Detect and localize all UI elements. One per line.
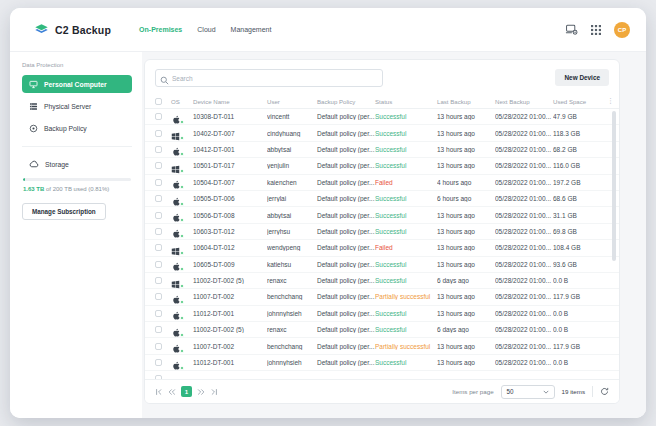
sidebar-item-physical-server[interactable]: Physical Server xyxy=(22,97,132,115)
last-backup-cell: 13 hours ago xyxy=(437,228,495,235)
storage-label: Storage xyxy=(45,161,69,168)
device-settings-icon[interactable] xyxy=(565,24,578,35)
row-checkbox[interactable] xyxy=(155,326,162,333)
status-cell: Failed xyxy=(375,179,437,186)
used-space-cell: 0.0 B xyxy=(553,326,603,333)
column-header-next-backup[interactable]: Next Backup xyxy=(495,98,553,105)
table-row[interactable]: 10402-DT-007 cindyhuang Default policy (… xyxy=(145,125,619,141)
table-row[interactable]: 10308-DT-011 vincentt Default policy (pe… xyxy=(145,109,619,125)
vertical-scrollbar[interactable] xyxy=(612,111,616,261)
table-row[interactable]: 10501-DT-017 yenjulin Default policy (pe… xyxy=(145,158,619,174)
device-name-cell: 10412-DT-001 xyxy=(193,146,267,153)
column-header-last-backup[interactable]: Last Backup xyxy=(437,98,495,105)
table-row[interactable]: 10504-DT-007 kaienchen Default policy (p… xyxy=(145,175,619,191)
pagination-bar: 1 Items per page 50 xyxy=(145,379,619,403)
table-row[interactable]: 10603-DT-012 jerryhsu Default policy (pe… xyxy=(145,224,619,240)
used-space-cell: 117.9 GB xyxy=(553,293,603,300)
manage-subscription-button[interactable]: Manage Subscription xyxy=(22,203,106,220)
online-status-dot xyxy=(180,218,184,222)
apple-os-icon xyxy=(171,212,181,223)
table-row[interactable]: 10605-DT-009 katiehsu Default policy (pe… xyxy=(145,257,619,273)
device-name-cell: 11002-DT-002 (5) xyxy=(193,277,267,284)
row-checkbox[interactable] xyxy=(155,277,162,284)
select-all-checkbox[interactable] xyxy=(155,98,162,105)
items-per-page-select[interactable]: 50 xyxy=(501,385,555,399)
user-cell: wendypeng xyxy=(267,244,317,251)
refresh-icon[interactable] xyxy=(600,387,609,396)
next-backup-cell: 05/28/2022 01:00... xyxy=(495,113,553,120)
status-cell: Successful xyxy=(375,113,437,120)
next-backup-cell: 05/28/2022 01:00... xyxy=(495,326,553,333)
section-label-data-protection: Data Protection xyxy=(22,62,132,68)
table-row[interactable]: 11007-DT-002 benchchang Default policy (… xyxy=(145,289,619,305)
chevron-down-icon xyxy=(543,390,549,394)
next-page-icon[interactable] xyxy=(197,388,205,396)
column-header-used-space[interactable]: Used Space xyxy=(553,98,603,105)
status-cell: Successful xyxy=(375,359,437,366)
column-header-device-name[interactable]: Device Name xyxy=(193,98,267,105)
user-cell: abbytsai xyxy=(267,146,317,153)
os-cell xyxy=(171,127,183,139)
current-page-button[interactable]: 1 xyxy=(181,386,192,397)
nav-tab-cloud[interactable]: Cloud xyxy=(197,26,215,33)
device-name-cell: 11012-DT-001 xyxy=(193,359,267,366)
apps-grid-icon[interactable] xyxy=(591,25,601,35)
column-header-backup-policy[interactable]: Backup Policy xyxy=(317,98,375,105)
first-page-icon[interactable] xyxy=(155,388,163,396)
table-row[interactable]: 11012-DT-001 johnnyhsieh Default policy … xyxy=(145,306,619,322)
desktop-icon xyxy=(29,80,38,89)
table-row[interactable]: 11012-DT-001 johnnyhsieh Default policy … xyxy=(145,355,619,371)
column-header-user[interactable]: User xyxy=(267,98,317,105)
user-avatar[interactable]: CP xyxy=(614,22,630,38)
table-row[interactable] xyxy=(145,371,619,379)
nav-tab-management[interactable]: Management xyxy=(231,26,272,33)
row-checkbox[interactable] xyxy=(155,310,162,317)
table-row[interactable]: 10604-DT-012 wendypeng Default policy (p… xyxy=(145,240,619,256)
row-checkbox[interactable] xyxy=(155,179,162,186)
sidebar-item-backup-policy[interactable]: Backup Policy xyxy=(22,119,132,137)
row-checkbox[interactable] xyxy=(155,244,162,251)
column-header-status[interactable]: Status xyxy=(375,98,437,105)
brand[interactable]: C2 Backup xyxy=(34,23,111,36)
row-checkbox[interactable] xyxy=(155,162,162,169)
sidebar-item-personal-computer[interactable]: Personal Computer xyxy=(22,75,132,93)
search-input[interactable] xyxy=(155,69,383,87)
row-checkbox[interactable] xyxy=(155,359,162,366)
column-settings-icon[interactable]: ⋮ xyxy=(607,97,614,104)
table-row[interactable]: 10412-DT-001 abbytsai Default policy (pe… xyxy=(145,142,619,158)
row-checkbox[interactable] xyxy=(155,113,162,120)
new-device-button[interactable]: New Device xyxy=(555,69,609,86)
table-row[interactable]: 11007-DT-002 benchchang Default policy (… xyxy=(145,338,619,354)
top-bar: C2 Backup On-Premises Cloud Management xyxy=(10,8,646,52)
nav-tab-on-premises[interactable]: On-Premises xyxy=(139,26,182,33)
row-checkbox[interactable] xyxy=(155,146,162,153)
column-header-os[interactable]: OS xyxy=(171,98,193,105)
table-row[interactable]: 10505-DT-006 jerrylai Default policy (pe… xyxy=(145,191,619,207)
row-checkbox[interactable] xyxy=(155,293,162,300)
next-backup-cell: 05/28/2022 01:00... xyxy=(495,310,553,317)
previous-page-icon[interactable] xyxy=(168,388,176,396)
last-page-icon[interactable] xyxy=(210,388,218,396)
sidebar-item-storage[interactable]: Storage xyxy=(22,156,132,172)
user-cell: johnnyhsieh xyxy=(267,359,317,366)
row-checkbox[interactable] xyxy=(155,212,162,219)
apple-os-icon xyxy=(171,294,181,305)
row-checkbox[interactable] xyxy=(155,228,162,235)
row-checkbox[interactable] xyxy=(155,195,162,202)
table-row[interactable]: 11002-DT-002 (5) renaxc Default policy (… xyxy=(145,322,619,338)
device-list-card: New Device OS Device Name User Backup Po… xyxy=(144,59,620,404)
table-row[interactable]: 11002-DT-002 (5) renaxc Default policy (… xyxy=(145,273,619,289)
user-cell: renaxc xyxy=(267,326,317,333)
device-name-cell: 10504-DT-007 xyxy=(193,179,267,186)
row-checkbox[interactable] xyxy=(155,261,162,268)
online-status-dot xyxy=(180,136,184,140)
user-cell: katiehsu xyxy=(267,261,317,268)
device-name-cell: 11007-DT-002 xyxy=(193,293,267,300)
backup-policy-cell: Default policy (per... xyxy=(317,359,375,366)
row-checkbox[interactable] xyxy=(155,343,162,350)
online-status-dot xyxy=(180,251,184,255)
row-checkbox[interactable] xyxy=(155,130,162,137)
table-row[interactable]: 10506-DT-008 abbytsai Default policy (pe… xyxy=(145,207,619,223)
used-space-cell: 68.2 GB xyxy=(553,146,603,153)
online-status-dot xyxy=(180,152,184,156)
